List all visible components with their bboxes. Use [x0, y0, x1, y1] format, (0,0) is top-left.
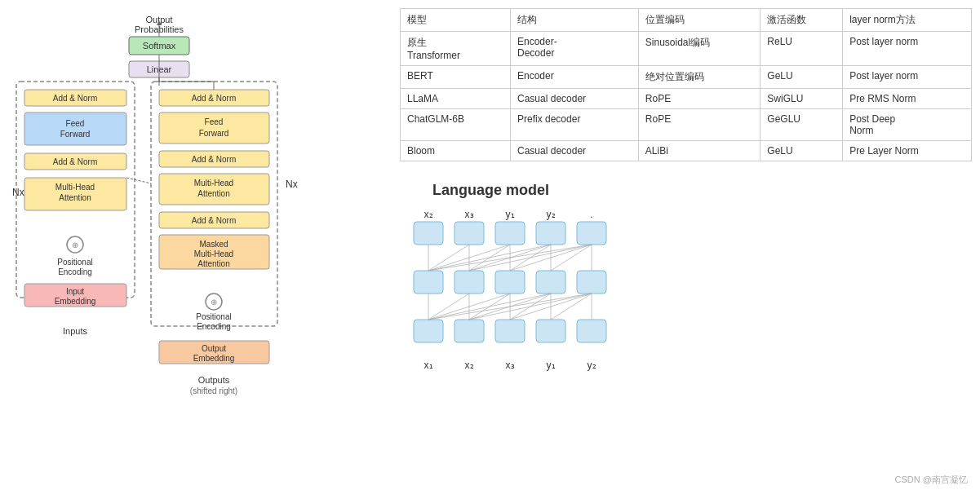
svg-text:y₁: y₁ — [547, 360, 556, 371]
col-header-structure: 结构 — [511, 9, 639, 32]
nx-encoder: Nx — [12, 187, 24, 198]
table-cell-4-3: GeLU — [760, 141, 843, 161]
svg-text:Encoding: Encoding — [58, 267, 92, 276]
col-header-activation: 激活函数 — [760, 9, 843, 32]
svg-text:x₁: x₁ — [424, 360, 433, 371]
table-cell-4-1: Casual decoder — [511, 141, 639, 161]
table-cell-3-4: Post Deep Norm — [843, 109, 972, 141]
svg-text:Positional: Positional — [196, 312, 231, 321]
svg-rect-50 — [495, 271, 525, 294]
svg-text:y₁: y₁ — [506, 209, 515, 220]
nx-decoder: Nx — [286, 179, 298, 190]
right-panel: 模型 结构 位置编码 激活函数 layer norm方法 原生 Transfor… — [392, 0, 980, 490]
table-cell-1-2: 绝对位置编码 — [638, 66, 760, 89]
svg-text:Add & Norm: Add & Norm — [192, 216, 236, 225]
svg-line-86 — [551, 245, 592, 271]
table-cell-1-3: GeLU — [760, 66, 843, 89]
svg-text:Output: Output — [202, 344, 226, 353]
svg-rect-51 — [536, 271, 565, 294]
table-row: 原生 TransformerEncoder- DecoderSinusoidal… — [401, 32, 972, 66]
svg-rect-43 — [414, 222, 443, 245]
svg-text:Add & Norm: Add & Norm — [53, 94, 97, 103]
col-header-model: 模型 — [401, 9, 511, 32]
svg-rect-46 — [536, 222, 565, 245]
svg-text:x₃: x₃ — [465, 209, 474, 220]
table-row: ChatGLM-6BPrefix decoderRoPEGeGLUPost De… — [401, 109, 972, 141]
table-row: BloomCasual decoderALiBiGeLUPre Layer No… — [401, 141, 972, 161]
svg-text:Encoding: Encoding — [197, 322, 231, 331]
svg-rect-55 — [495, 320, 525, 342]
table-cell-0-3: ReLU — [760, 32, 843, 66]
svg-text:Add & Norm: Add & Norm — [53, 157, 97, 166]
svg-rect-53 — [414, 320, 443, 342]
transformer-svg: Output Probabilities Softmax Linear Add … — [8, 8, 392, 481]
table-cell-2-0: LLaMA — [401, 89, 511, 109]
svg-line-79 — [469, 245, 510, 271]
table-cell-3-0: ChatGLM-6B — [401, 109, 511, 141]
svg-rect-45 — [495, 222, 525, 245]
table-cell-2-1: Casual decoder — [511, 89, 639, 109]
table-cell-2-4: Pre RMS Norm — [843, 89, 972, 109]
svg-text:Multi-Head: Multi-Head — [194, 249, 233, 258]
table-cell-0-4: Post layer norm — [843, 32, 972, 66]
svg-rect-52 — [577, 271, 606, 294]
table-row: LLaMACasual decoderRoPESwiGLUPre RMS Nor… — [401, 89, 972, 109]
language-model-section: Language model x₂ x₃ y₁ y₂ . — [400, 174, 972, 385]
svg-text:⊕: ⊕ — [72, 241, 78, 249]
language-model-title: Language model — [432, 182, 964, 199]
feed-forward-enc — [24, 113, 126, 145]
svg-text:Attention: Attention — [59, 193, 91, 202]
table-cell-0-2: Sinusoidal编码 — [638, 32, 760, 66]
inputs-label: Inputs — [63, 326, 87, 336]
svg-text:y₂: y₂ — [547, 209, 556, 220]
svg-text:Multi-Head: Multi-Head — [194, 179, 233, 188]
table-cell-1-1: Encoder — [511, 66, 639, 89]
svg-line-33 — [126, 178, 151, 183]
transformer-diagram: Output Probabilities Softmax Linear Add … — [0, 0, 392, 490]
svg-text:Forward: Forward — [60, 130, 91, 139]
svg-text:.: . — [590, 209, 592, 220]
svg-line-68 — [510, 294, 551, 320]
svg-text:Softmax: Softmax — [143, 41, 176, 51]
lm-diagram: x₂ x₃ y₁ y₂ . — [408, 205, 669, 377]
lm-svg: x₂ x₃ y₁ y₂ . — [408, 205, 669, 377]
table-cell-4-4: Pre Layer Norm — [843, 141, 972, 161]
table-cell-3-2: RoPE — [638, 109, 760, 141]
table-cell-3-3: GeGLU — [760, 109, 843, 141]
svg-text:Add & Norm: Add & Norm — [192, 155, 236, 164]
table-cell-1-4: Post layer norm — [843, 66, 972, 89]
svg-line-71 — [551, 294, 592, 320]
table-cell-4-2: ALiBi — [638, 141, 760, 161]
outputs-label: Outputs — [198, 375, 230, 385]
svg-rect-57 — [577, 320, 606, 342]
svg-text:(shifted right): (shifted right) — [190, 386, 237, 395]
svg-text:Add & Norm: Add & Norm — [192, 94, 236, 103]
svg-text:Masked: Masked — [199, 240, 228, 249]
svg-text:x₂: x₂ — [424, 209, 433, 220]
col-header-layer-norm: layer norm方法 — [843, 9, 972, 32]
svg-text:x₃: x₃ — [506, 360, 515, 371]
svg-rect-44 — [455, 222, 484, 245]
svg-text:x₂: x₂ — [465, 360, 474, 371]
svg-text:Feed: Feed — [205, 117, 224, 126]
svg-rect-48 — [414, 271, 443, 294]
svg-text:Input: Input — [66, 287, 84, 296]
svg-text:⊕: ⊕ — [211, 298, 217, 307]
svg-line-59 — [428, 294, 469, 320]
model-comparison-table: 模型 结构 位置编码 激活函数 layer norm方法 原生 Transfor… — [400, 8, 972, 161]
svg-text:Multi-Head: Multi-Head — [55, 183, 95, 192]
table-cell-0-1: Encoder- Decoder — [511, 32, 639, 66]
watermark: CSDN @南宫凝忆 — [895, 474, 968, 486]
svg-rect-47 — [577, 222, 606, 245]
table-cell-2-2: RoPE — [638, 89, 760, 109]
svg-text:Positional: Positional — [57, 258, 92, 267]
svg-text:Forward: Forward — [199, 129, 229, 138]
svg-rect-56 — [536, 320, 565, 342]
col-header-pos-enc: 位置编码 — [638, 9, 760, 32]
table-cell-2-3: SwiGLU — [760, 89, 843, 109]
svg-text:y₂: y₂ — [588, 360, 596, 371]
table-cell-4-0: Bloom — [401, 141, 511, 161]
svg-text:Embedding: Embedding — [193, 354, 235, 363]
svg-line-83 — [510, 245, 551, 271]
svg-line-74 — [428, 245, 469, 271]
